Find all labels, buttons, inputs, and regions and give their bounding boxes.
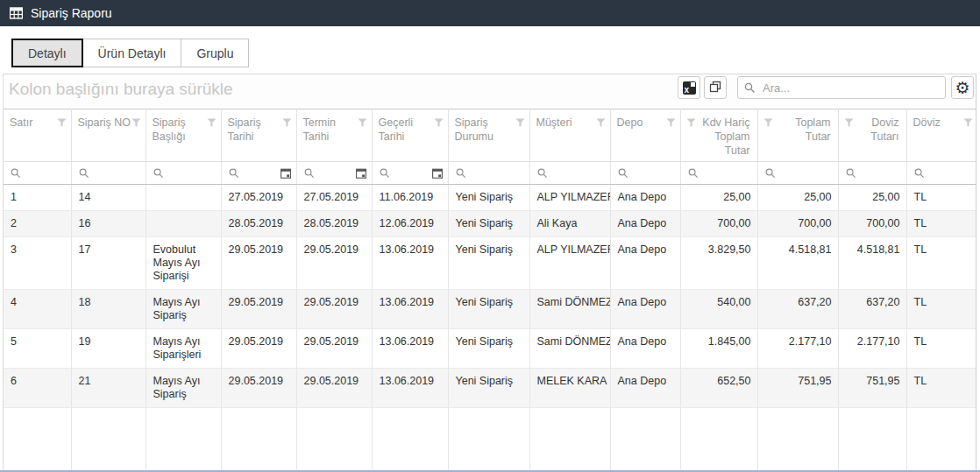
column-label-toplam_tutar: Toplam Tutar <box>795 116 830 143</box>
filter-input-toplam_tutar[interactable] <box>779 164 834 183</box>
cell-termin_tarihi: 29.05.2019 <box>296 290 372 329</box>
filter-input-depo[interactable] <box>632 164 677 183</box>
column-header-siparis_durumu[interactable]: Sipariş Durumu <box>448 109 529 162</box>
filter-search-icon-siparis_durumu[interactable] <box>456 168 466 179</box>
filter-search-icon-siparis_tarihi[interactable] <box>229 168 239 179</box>
search-input[interactable] <box>761 81 939 95</box>
column-header-satir[interactable]: Satır <box>4 109 71 162</box>
filter-input-musteri[interactable] <box>551 164 607 183</box>
filter-funnel-icon-depo[interactable] <box>666 118 676 127</box>
filter-cell-gecerli_tarihi <box>372 162 448 185</box>
cell-doviz_tutari: 700,00 <box>838 211 906 237</box>
filter-funnel-icon-siparis_basligi[interactable] <box>207 118 217 127</box>
table-row[interactable]: 418Mayıs Ayı Sipariş29.05.201929.05.2019… <box>4 290 976 329</box>
cell-depo: Ana Depo <box>610 185 680 211</box>
orders-grid: Kolon başlığını buraya sürükle x <box>3 74 976 470</box>
filter-input-siparis_no[interactable] <box>93 164 142 183</box>
cell-gecerli_tarihi: 13.06.2019 <box>372 329 448 369</box>
tab-urun-detayli[interactable]: Ürün Detaylı <box>82 39 182 67</box>
page-title: Sipariş Raporu <box>31 6 112 20</box>
filter-input-satir[interactable] <box>25 164 67 183</box>
calendar-icon-termin_tarihi[interactable] <box>356 168 366 179</box>
column-label-siparis_tarihi: Sipariş Tarihi <box>228 116 261 143</box>
filter-funnel-icon-doviz[interactable] <box>963 118 973 127</box>
export-excel-button[interactable]: x <box>678 76 700 99</box>
filter-funnel-icon-kdv_haric_toplam[interactable] <box>686 118 696 127</box>
column-header-siparis_basligi[interactable]: Sipariş Başlığı <box>146 109 221 162</box>
filter-search-icon-musteri[interactable] <box>537 168 548 179</box>
filter-input-termin_tarihi[interactable] <box>318 164 354 183</box>
calendar-icon-gecerli_tarihi[interactable] <box>432 168 443 179</box>
tab-detayli[interactable]: Detaylı <box>11 39 83 67</box>
column-chooser-button[interactable] <box>704 76 727 99</box>
filter-funnel-icon-termin_tarihi[interactable] <box>358 118 367 127</box>
filter-funnel-icon-gecerli_tarihi[interactable] <box>434 118 444 127</box>
filter-search-icon-gecerli_tarihi[interactable] <box>380 168 390 179</box>
filter-search-icon-toplam_tutar[interactable] <box>765 168 776 179</box>
cell-depo: Ana Depo <box>610 290 680 329</box>
filter-funnel-icon-satir[interactable] <box>57 118 67 127</box>
filter-input-gecerli_tarihi[interactable] <box>394 164 430 183</box>
cell-siparis_basligi: Mayıs Ayı Sipariş <box>146 369 221 408</box>
tab-gruplu[interactable]: Gruplu <box>181 39 249 67</box>
cell-siparis_durumu: Yeni Sipariş <box>448 185 529 211</box>
filter-search-icon-satir[interactable] <box>11 168 21 179</box>
filter-funnel-icon-siparis_tarihi[interactable] <box>282 118 292 127</box>
column-header-toplam_tutar[interactable]: Toplam Tutar <box>757 109 838 162</box>
column-header-musteri[interactable]: Müşteri <box>529 109 610 162</box>
column-header-kdv_haric_toplam[interactable]: Kdv Hariç Toplam Tutar <box>680 109 757 162</box>
filter-search-icon-siparis_no[interactable] <box>79 168 89 179</box>
cell-siparis_no: 16 <box>71 211 146 237</box>
filter-search-icon-doviz[interactable] <box>914 168 925 179</box>
column-header-siparis_tarihi[interactable]: Sipariş Tarihi <box>221 109 296 162</box>
cell-musteri: MELEK KARA <box>529 369 610 408</box>
cell-doviz: TL <box>906 237 976 290</box>
calendar-icon-siparis_tarihi[interactable] <box>281 168 291 179</box>
filter-input-siparis_basligi[interactable] <box>167 164 217 183</box>
filter-input-doviz[interactable] <box>928 164 975 183</box>
filter-search-icon-termin_tarihi[interactable] <box>304 168 315 179</box>
cell-satir: 4 <box>4 290 71 329</box>
settings-button[interactable]: ⚙ <box>951 76 974 99</box>
filter-funnel-icon-siparis_no[interactable] <box>131 118 141 127</box>
column-label-satir: Satır <box>10 116 32 129</box>
filter-search-icon-siparis_basligi[interactable] <box>153 168 164 179</box>
column-header-termin_tarihi[interactable]: Termin Tarihi <box>296 109 372 162</box>
filter-cell-musteri <box>529 162 610 185</box>
group-panel-hint: Kolon başlığını buraya sürükle <box>9 80 233 99</box>
filter-funnel-icon-doviz_tutari[interactable] <box>844 118 854 127</box>
cell-doviz: TL <box>906 211 976 237</box>
filter-input-siparis_durumu[interactable] <box>470 164 526 183</box>
filter-search-icon-depo[interactable] <box>618 168 628 179</box>
column-label-kdv_haric_toplam: Kdv Hariç Toplam Tutar <box>702 116 749 157</box>
table-row[interactable]: 11427.05.201927.05.201911.06.2019Yeni Si… <box>4 185 976 211</box>
filter-cell-kdv_haric_toplam <box>680 162 757 185</box>
filter-input-siparis_tarihi[interactable] <box>243 164 279 183</box>
filter-input-kdv_haric_toplam[interactable] <box>702 164 754 183</box>
table-row[interactable]: 621Mayıs Ayı Sipariş29.05.201929.05.2019… <box>4 369 976 408</box>
table-row[interactable]: 317Evobulut Mayıs Ayı Siparişi29.05.2019… <box>4 237 976 290</box>
filter-funnel-icon-toplam_tutar[interactable] <box>763 118 773 127</box>
cell-depo: Ana Depo <box>610 369 680 408</box>
column-header-doviz[interactable]: Döviz <box>906 109 976 162</box>
filter-input-doviz_tutari[interactable] <box>860 164 903 183</box>
cell-kdv_haric_toplam: 3.829,50 <box>680 237 757 290</box>
filter-search-icon-doviz_tutari[interactable] <box>846 168 856 179</box>
filter-search-icon-kdv_haric_toplam[interactable] <box>688 168 699 179</box>
column-header-depo[interactable]: Depo <box>610 109 680 162</box>
table-row[interactable]: 519Mayıs Ayı Siparişleri29.05.201929.05.… <box>4 329 976 369</box>
filter-funnel-icon-musteri[interactable] <box>596 118 606 127</box>
column-header-doviz_tutari[interactable]: Doviz Tutarı <box>838 109 906 162</box>
cell-gecerli_tarihi: 12.06.2019 <box>372 211 448 237</box>
filter-funnel-icon-siparis_durumu[interactable] <box>515 118 525 127</box>
column-header-siparis_no[interactable]: Sipariş NO <box>71 109 146 162</box>
group-by-panel[interactable]: Kolon başlığını buraya sürükle x <box>4 74 976 109</box>
column-label-siparis_durumu: Sipariş Durumu <box>455 116 494 143</box>
column-label-siparis_basligi: Sipariş Başlığı <box>153 116 186 143</box>
column-header-gecerli_tarihi[interactable]: Geçerli Tarihi <box>372 109 448 162</box>
cell-musteri: Sami DÖNMEZ <box>529 290 610 329</box>
cell-siparis_basligi: Mayıs Ayı Siparişleri <box>146 329 221 369</box>
table-row[interactable]: 21628.05.201928.05.201912.06.2019Yeni Si… <box>4 211 976 237</box>
cell-toplam_tutar: 25,00 <box>757 185 838 211</box>
cell-kdv_haric_toplam: 540,00 <box>680 290 757 329</box>
